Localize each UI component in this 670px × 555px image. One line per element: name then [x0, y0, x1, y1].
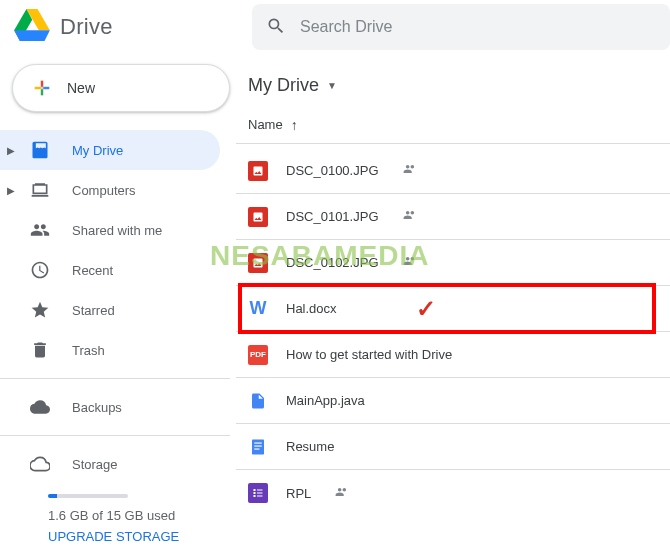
plus-icon — [31, 77, 53, 99]
storage-section: 1.6 GB of 15 GB used UPGRADE STORAGE — [0, 484, 230, 544]
word-file-icon: W — [248, 299, 268, 319]
shared-icon — [403, 208, 417, 225]
file-name: DSC_0102.JPG — [286, 255, 379, 270]
svg-rect-4 — [254, 448, 259, 449]
file-name: Hal.docx — [286, 301, 337, 316]
svg-rect-0 — [41, 87, 43, 89]
file-name: RPL — [286, 486, 311, 501]
nav-label: My Drive — [72, 143, 123, 158]
svg-rect-3 — [254, 445, 262, 446]
nav-label: Shared with me — [72, 223, 162, 238]
forms-file-icon — [248, 483, 268, 503]
drive-icon — [28, 138, 52, 162]
col-label: Name — [248, 117, 283, 132]
file-name: MainApp.java — [286, 393, 365, 408]
nav-label: Trash — [72, 343, 105, 358]
search-icon — [266, 16, 286, 39]
search-input[interactable] — [300, 18, 656, 36]
trash-icon — [28, 338, 52, 362]
storage-bar — [48, 494, 128, 498]
dropdown-icon: ▼ — [327, 80, 337, 91]
file-name: DSC_0100.JPG — [286, 163, 379, 178]
storage-title: Storage — [72, 457, 118, 472]
new-button-label: New — [67, 80, 95, 96]
svg-rect-6 — [257, 490, 263, 491]
shared-icon — [403, 162, 417, 179]
nav-label: Backups — [72, 400, 122, 415]
svg-rect-8 — [257, 493, 263, 494]
location-label: My Drive — [248, 75, 319, 96]
new-button[interactable]: New — [12, 64, 230, 112]
image-file-icon — [248, 161, 268, 181]
storage-fill — [48, 494, 57, 498]
shared-icon — [28, 218, 52, 242]
sidebar-item-backups[interactable]: Backups — [0, 387, 220, 427]
file-row[interactable]: Resume — [236, 424, 670, 470]
docs-file-icon — [248, 437, 268, 457]
sidebar-item-starred[interactable]: Starred — [0, 290, 220, 330]
shared-icon — [403, 254, 417, 271]
storage-used-text: 1.6 GB of 15 GB used — [48, 508, 212, 523]
svg-rect-10 — [257, 496, 263, 497]
file-name: DSC_0101.JPG — [286, 209, 379, 224]
file-row[interactable]: MainApp.java — [236, 378, 670, 424]
image-file-icon — [248, 207, 268, 227]
recent-icon — [28, 258, 52, 282]
svg-rect-2 — [254, 442, 262, 443]
svg-rect-9 — [254, 495, 256, 497]
table-header: Name ↑ — [236, 106, 670, 144]
cloud-icon — [28, 395, 52, 419]
drive-logo-icon — [14, 9, 50, 45]
nav-label: Computers — [72, 183, 136, 198]
svg-rect-7 — [254, 492, 256, 494]
file-row[interactable]: PDF How to get started with Drive — [236, 332, 670, 378]
logo-area[interactable]: Drive — [0, 9, 252, 45]
file-row[interactable]: DSC_0101.JPG — [236, 194, 670, 240]
file-row[interactable]: DSC_0100.JPG — [236, 148, 670, 194]
file-name: How to get started with Drive — [286, 347, 452, 362]
file-name: Resume — [286, 439, 334, 454]
cloud-outline-icon — [28, 452, 52, 476]
sidebar-item-trash[interactable]: Trash — [0, 330, 220, 370]
file-row-highlighted[interactable]: ✓ W Hal.docx — [236, 286, 670, 332]
image-file-icon — [248, 253, 268, 273]
svg-rect-1 — [252, 439, 264, 454]
nav-label: Starred — [72, 303, 115, 318]
sidebar-item-shared[interactable]: Shared with me — [0, 210, 220, 250]
star-icon — [28, 298, 52, 322]
svg-rect-5 — [254, 489, 256, 491]
upgrade-storage-link[interactable]: UPGRADE STORAGE — [48, 529, 212, 544]
sidebar: New ▶ My Drive ▶ Computers — [0, 54, 230, 555]
sidebar-item-my-drive[interactable]: ▶ My Drive — [0, 130, 220, 170]
sidebar-item-computers[interactable]: ▶ Computers — [0, 170, 220, 210]
sidebar-item-storage[interactable]: Storage — [0, 444, 220, 484]
layout: New ▶ My Drive ▶ Computers — [0, 54, 670, 555]
main: My Drive ▼ Name ↑ DSC_0100.JPG DSC_0101.… — [230, 54, 670, 555]
annotation-checkmark-icon: ✓ — [416, 295, 436, 323]
chevron-right-icon: ▶ — [4, 185, 18, 196]
file-list: DSC_0100.JPG DSC_0101.JPG DSC_0102.JPG ✓… — [236, 148, 670, 516]
file-row[interactable]: RPL — [236, 470, 670, 516]
nav: ▶ My Drive ▶ Computers Shared with me — [0, 130, 230, 370]
search-bar[interactable] — [252, 4, 670, 50]
file-row[interactable]: DSC_0102.JPG — [236, 240, 670, 286]
location-breadcrumb[interactable]: My Drive ▼ — [236, 68, 670, 102]
chevron-right-icon: ▶ — [4, 145, 18, 156]
computers-icon — [28, 178, 52, 202]
header: Drive — [0, 0, 670, 54]
generic-file-icon — [248, 391, 268, 411]
sort-ascending-icon: ↑ — [291, 117, 298, 133]
shared-icon — [335, 485, 349, 502]
app-name: Drive — [60, 14, 113, 40]
sidebar-item-recent[interactable]: Recent — [0, 250, 220, 290]
column-name-header[interactable]: Name ↑ — [248, 117, 298, 133]
nav-label: Recent — [72, 263, 113, 278]
pdf-file-icon: PDF — [248, 345, 268, 365]
